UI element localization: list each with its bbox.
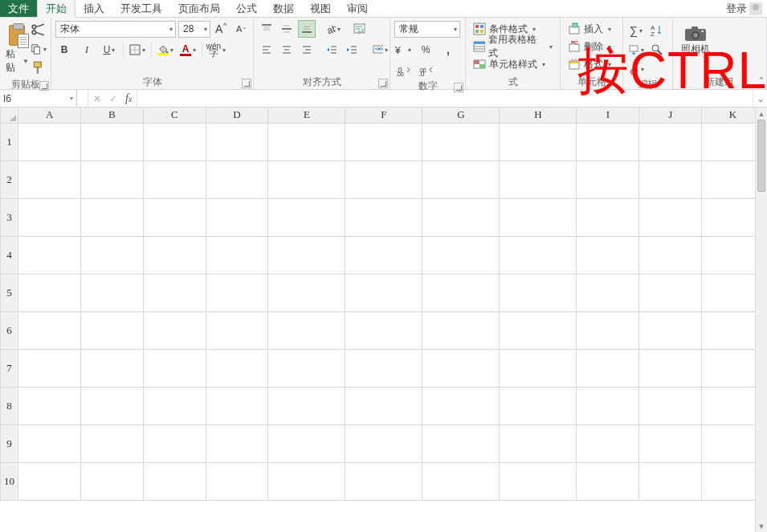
cell[interactable] <box>206 274 268 311</box>
sort-filter-button[interactable]: AZ <box>648 22 666 39</box>
clipboard-dialog-launcher[interactable] <box>39 81 49 91</box>
align-center-button[interactable] <box>278 41 296 59</box>
increase-font-button[interactable]: A^ <box>213 20 231 38</box>
account-login[interactable]: 登录 <box>726 0 767 17</box>
cell[interactable] <box>206 198 268 236</box>
cell[interactable] <box>577 160 639 198</box>
cell[interactable] <box>345 198 422 236</box>
cell[interactable] <box>143 198 206 236</box>
insert-function-button[interactable]: fx <box>125 92 132 105</box>
row-header[interactable]: 2 <box>1 160 18 198</box>
cell[interactable] <box>81 349 144 387</box>
cell[interactable] <box>422 424 500 462</box>
fill-color-button[interactable]: ▾ <box>157 41 174 59</box>
cell[interactable] <box>500 236 577 274</box>
tab-developer[interactable]: 开发工具 <box>112 0 170 17</box>
cell[interactable] <box>639 198 702 236</box>
row-header[interactable]: 8 <box>1 387 18 424</box>
col-header[interactable]: F <box>345 108 422 123</box>
cell[interactable] <box>422 349 500 387</box>
cell[interactable] <box>500 274 577 311</box>
col-header[interactable]: A <box>18 108 81 123</box>
decrease-decimal-button[interactable]: .00.0 <box>417 62 434 79</box>
camera-button[interactable]: 照相机 <box>677 20 714 56</box>
cell[interactable] <box>345 311 422 349</box>
cell[interactable] <box>143 387 206 424</box>
copy-button[interactable]: ▾ <box>31 41 47 57</box>
col-header[interactable]: C <box>143 108 206 123</box>
cell[interactable] <box>639 311 702 349</box>
align-top-button[interactable] <box>258 20 275 38</box>
col-header[interactable]: I <box>577 108 639 123</box>
cell[interactable] <box>500 349 577 387</box>
cell[interactable] <box>500 160 577 198</box>
tab-formulas[interactable]: 公式 <box>228 0 265 17</box>
row-header[interactable]: 9 <box>1 424 18 462</box>
cell[interactable] <box>143 123 206 160</box>
cell[interactable] <box>577 387 639 424</box>
tab-file[interactable]: 文件 <box>0 0 37 17</box>
cell[interactable] <box>81 462 144 500</box>
cell[interactable] <box>18 387 81 424</box>
scroll-track[interactable] <box>756 120 767 520</box>
bold-button[interactable]: B <box>55 41 73 59</box>
scroll-up-arrow[interactable]: ▲ <box>756 108 767 120</box>
accounting-format-button[interactable]: ¥▾ <box>394 41 412 59</box>
tab-review[interactable]: 审阅 <box>339 0 376 17</box>
find-select-button[interactable] <box>648 41 666 59</box>
spreadsheet-grid[interactable]: A B C D E F G H I J K 12345678910 <box>0 108 765 501</box>
number-dialog-launcher[interactable] <box>454 83 463 92</box>
cell[interactable] <box>206 311 268 349</box>
cell[interactable] <box>206 349 268 387</box>
tab-data[interactable]: 数据 <box>265 0 302 17</box>
cell[interactable] <box>500 311 577 349</box>
cell[interactable] <box>206 387 268 424</box>
row-header[interactable]: 6 <box>1 311 18 349</box>
cell[interactable] <box>422 198 500 236</box>
row-header[interactable]: 7 <box>1 349 18 387</box>
paste-button[interactable]: 粘贴 ▼ <box>4 20 31 78</box>
cell[interactable] <box>268 274 345 311</box>
row-header[interactable]: 3 <box>1 198 18 236</box>
cell[interactable] <box>268 349 345 387</box>
fill-button[interactable]: ▾ <box>627 41 645 59</box>
font-dialog-launcher[interactable] <box>242 79 251 88</box>
cell[interactable] <box>268 462 345 500</box>
borders-button[interactable]: ▾ <box>129 41 146 59</box>
decrease-font-button[interactable]: Aˇ <box>233 20 251 38</box>
collapse-ribbon-button[interactable]: ˄ <box>759 76 764 87</box>
cell-styles-button[interactable]: 单元格样式 ▾ <box>470 55 549 73</box>
increase-indent-button[interactable] <box>344 41 361 59</box>
col-header[interactable]: J <box>639 108 702 123</box>
cell[interactable] <box>143 349 206 387</box>
cell[interactable] <box>18 123 81 160</box>
cell[interactable] <box>422 387 500 424</box>
expand-formula-bar-button[interactable]: ⌄ <box>753 90 767 107</box>
format-cells-button[interactable]: 格式 ▾ <box>565 55 614 73</box>
cell[interactable] <box>577 198 639 236</box>
delete-cells-button[interactable]: 删除 ▾ <box>565 38 614 55</box>
cell[interactable] <box>639 424 702 462</box>
align-right-button[interactable] <box>298 41 316 59</box>
cell[interactable] <box>81 160 144 198</box>
cell[interactable] <box>577 236 639 274</box>
cell[interactable] <box>81 198 144 236</box>
col-header[interactable]: G <box>422 108 500 123</box>
cell[interactable] <box>639 462 702 500</box>
cell[interactable] <box>422 311 500 349</box>
number-format-combo[interactable]: 常规 ▾ <box>394 21 460 38</box>
cell[interactable] <box>345 236 422 274</box>
cell[interactable] <box>268 236 345 274</box>
col-header[interactable]: H <box>500 108 577 123</box>
cell[interactable] <box>639 236 702 274</box>
insert-cells-button[interactable]: 插入 ▾ <box>565 20 614 38</box>
align-left-button[interactable] <box>258 41 275 59</box>
cell[interactable] <box>81 123 144 160</box>
autosum-button[interactable]: ∑▾ <box>627 22 645 39</box>
font-size-combo[interactable]: 28 ▾ <box>178 21 210 38</box>
cell[interactable] <box>81 311 144 349</box>
cell[interactable] <box>577 349 639 387</box>
cell[interactable] <box>206 236 268 274</box>
cell[interactable] <box>268 160 345 198</box>
format-as-table-button[interactable]: 套用表格格式 ▾ <box>470 38 556 55</box>
